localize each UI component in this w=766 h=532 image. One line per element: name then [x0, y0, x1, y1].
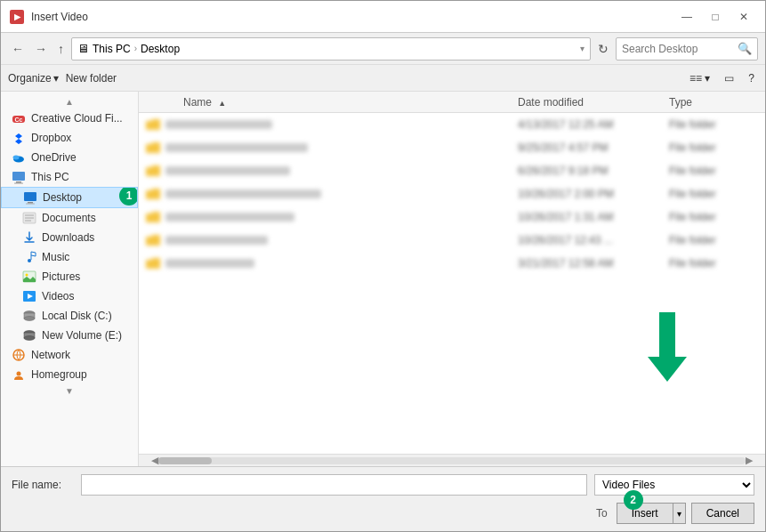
table-row[interactable]: 10/26/2017 12:43 ... File folder [139, 229, 765, 252]
sidebar-label-onedrive: OneDrive [31, 151, 77, 164]
videos-icon [22, 289, 36, 303]
layout-button[interactable]: ▭ [721, 70, 738, 86]
folder-icon [146, 257, 160, 270]
breadcrumb-dropdown-icon[interactable]: ▾ [580, 44, 585, 53]
cancel-button[interactable]: Cancel [691, 503, 754, 524]
table-row[interactable]: 9/25/2017 4:57 PM File folder [139, 136, 765, 159]
folder-icon [146, 234, 160, 246]
network-icon [12, 348, 26, 362]
sidebar-label-documents: Documents [42, 212, 96, 224]
sidebar-item-pictures[interactable]: Pictures [1, 267, 138, 286]
new-folder-button[interactable]: New folder [66, 72, 117, 85]
table-row[interactable]: 10/26/2017 1:31 AM File folder [139, 206, 765, 229]
organize-button[interactable]: Organize ▾ [8, 72, 59, 85]
breadcrumb-pc-icon: 🖥 [77, 42, 89, 55]
scroll-right-btn[interactable]: ▶ [746, 455, 753, 466]
desktop-icon [23, 190, 37, 205]
sidebar-item-desktop[interactable]: Desktop 1 [1, 187, 138, 208]
sidebar-item-creative-cloud[interactable]: Cc Creative Cloud Fi... [1, 109, 138, 128]
sidebar-label-this-pc: This PC [31, 171, 69, 183]
sidebar-scroll-up[interactable]: ▲ [1, 95, 138, 109]
folder-icon [146, 188, 160, 200]
back-button[interactable]: ← [8, 40, 28, 58]
sidebar-item-local-disk[interactable]: Local Disk (C:) [1, 306, 138, 326]
sidebar-label-downloads: Downloads [42, 231, 94, 244]
view-arrow-icon: ▾ [705, 72, 710, 85]
sidebar-label-dropbox: Dropbox [31, 132, 71, 144]
col-name-header[interactable]: Name ▲ [165, 96, 518, 109]
main-area: ▲ Cc Creative Cloud Fi... Dropbox [1, 92, 765, 466]
refresh-button[interactable]: ↻ [594, 40, 612, 58]
button-row: To Insert ▾ 2 Cancel [12, 503, 754, 524]
help-button[interactable]: ? [745, 70, 758, 86]
filetype-select[interactable]: Video Files [594, 474, 754, 496]
minimize-button[interactable]: — [674, 8, 699, 26]
sidebar-item-this-pc[interactable]: This PC [1, 167, 138, 187]
bottom-area: File name: Video Files To Insert ▾ 2 Can… [1, 466, 765, 531]
title-bar-controls: — □ ✕ [674, 8, 756, 26]
svg-rect-8 [28, 202, 33, 204]
insert-button[interactable]: Insert [617, 503, 673, 524]
sidebar-scroll-down[interactable]: ▼ [1, 384, 138, 398]
onedrive-icon [12, 150, 26, 165]
sort-icon: ▲ [218, 99, 226, 108]
sidebar: ▲ Cc Creative Cloud Fi... Dropbox [1, 92, 139, 466]
table-row[interactable]: 3/21/2017 12:58 AM File folder [139, 252, 765, 275]
sidebar-item-new-volume[interactable]: New Volume (E:) [1, 326, 138, 345]
forward-button[interactable]: → [31, 40, 51, 58]
filename-input[interactable] [81, 474, 587, 496]
horizontal-scrollbar[interactable]: ◀ ▶ [139, 454, 765, 466]
sidebar-label-videos: Videos [42, 290, 74, 302]
navigation-toolbar: ← → ↑ 🖥 This PC › Desktop ▾ ↻ 🔍 [1, 33, 765, 65]
sidebar-item-documents[interactable]: Documents [1, 208, 138, 228]
table-row[interactable]: 6/26/2017 9:18 PM File folder [139, 159, 765, 182]
svg-rect-7 [24, 192, 36, 201]
view-button[interactable]: ≡≡ ▾ [686, 70, 714, 86]
table-row[interactable]: 10/26/2017 2:00 PM File folder [139, 182, 765, 206]
scroll-thumb[interactable] [158, 457, 212, 464]
up-button[interactable]: ↑ [54, 40, 68, 58]
search-input[interactable] [622, 43, 738, 55]
to-label: To [596, 507, 608, 520]
svg-rect-6 [14, 183, 23, 184]
insert-dropdown-button[interactable]: ▾ [673, 503, 686, 524]
dialog-icon: ▶ [10, 10, 24, 24]
sidebar-item-onedrive[interactable]: OneDrive [1, 148, 138, 167]
insert-button-group: Insert ▾ 2 [617, 503, 686, 524]
svg-point-22 [24, 317, 35, 321]
sidebar-label-new-volume: New Volume (E:) [42, 329, 122, 342]
insert-video-dialog: ▶ Insert Video — □ ✕ ← → ↑ 🖥 This PC › D… [0, 0, 766, 532]
folder-icon [146, 141, 160, 154]
breadcrumb-pc-label: This PC [93, 43, 131, 55]
col-type-header[interactable]: Type [669, 96, 758, 109]
breadcrumb[interactable]: 🖥 This PC › Desktop ▾ [71, 37, 591, 60]
svg-rect-4 [12, 172, 25, 181]
sidebar-item-videos[interactable]: Videos [1, 286, 138, 306]
svg-text:Cc: Cc [15, 117, 23, 123]
svg-rect-9 [26, 204, 35, 205]
sidebar-item-network[interactable]: Network [1, 345, 138, 365]
svg-rect-5 [16, 181, 21, 183]
folder-icon [146, 165, 160, 177]
col-date-header[interactable]: Date modified [518, 96, 669, 109]
homegroup-icon [12, 367, 26, 382]
sidebar-label-local-disk: Local Disk (C:) [42, 310, 112, 322]
search-box[interactable]: 🔍 [616, 37, 758, 60]
sidebar-item-homegroup[interactable]: Homegroup [1, 365, 138, 384]
scroll-left-btn[interactable]: ◀ [151, 455, 158, 466]
sidebar-item-dropbox[interactable]: Dropbox [1, 128, 138, 148]
sidebar-item-music[interactable]: Music [1, 247, 138, 267]
svg-point-25 [24, 336, 35, 341]
file-list-header: Name ▲ Date modified Type [139, 92, 765, 113]
close-button[interactable]: ✕ [731, 8, 756, 26]
scroll-track[interactable] [158, 457, 746, 464]
folder-icon [146, 118, 160, 131]
table-row[interactable]: 4/13/2017 12:25 AM File folder [139, 113, 765, 136]
svg-point-28 [17, 372, 21, 376]
music-icon [22, 250, 36, 264]
title-bar: ▶ Insert Video — □ ✕ [1, 1, 765, 33]
search-icon: 🔍 [738, 42, 752, 55]
maximize-button[interactable]: □ [703, 8, 728, 26]
sidebar-label-desktop: Desktop [43, 191, 82, 204]
sidebar-item-downloads[interactable]: Downloads [1, 228, 138, 247]
